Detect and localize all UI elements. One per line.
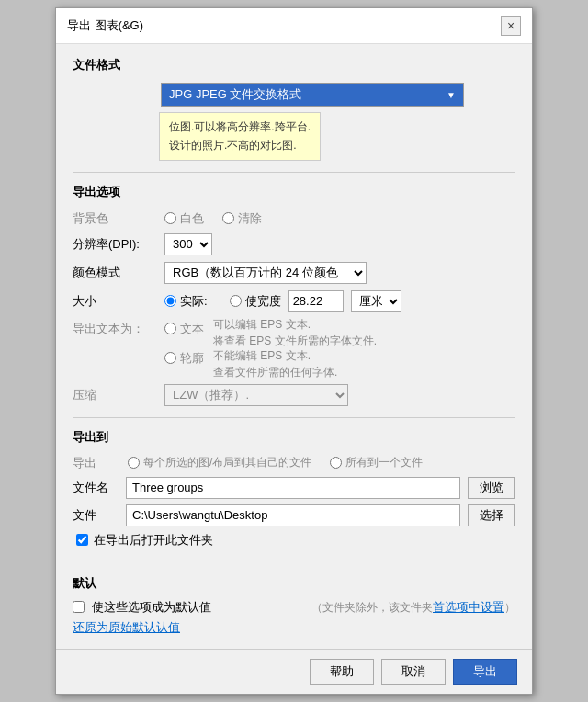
file-path-input[interactable] [126, 504, 460, 526]
export-as-inner: 文本 轮廓 可以编辑 EPS 文本. 将查看 EPS 文件所需的字体文件. [164, 319, 377, 378]
format-dropdown-text: JPG JPEG 文件交换格式 [169, 86, 301, 103]
export-as-row: 导出文本为： 文本 轮廓 可以编辑 EPS [73, 319, 515, 378]
dropdown-arrow-icon: ▼ [447, 90, 456, 100]
filename-input[interactable] [126, 477, 460, 499]
export-dest-radios: 每个所选的图/布局到其自己的文件 所有到一个文件 [128, 455, 423, 470]
dialog-footer: 帮助 取消 导出 [56, 649, 532, 694]
color-row: 颜色模式 RGB（数以百万计的 24 位颜色 [73, 262, 515, 284]
bg-clear-radio[interactable]: 清除 [222, 210, 262, 227]
size-width-radio[interactable]: 使宽度 [230, 293, 281, 310]
close-button[interactable]: × [501, 16, 521, 36]
format-info-box: 位图.可以将高分辨率.跨平台. 设计的照片.不高的对比图. [159, 112, 321, 160]
bg-white-radio[interactable]: 白色 [164, 210, 204, 227]
compress-row: 压缩 LZW（推荐）. [73, 384, 515, 406]
export-to-title: 导出到 [73, 429, 515, 446]
all-file-radio[interactable]: 所有到一个文件 [330, 455, 423, 470]
compress-select[interactable]: LZW（推荐）. [164, 384, 348, 406]
open-folder-checkbox[interactable] [76, 534, 88, 546]
dpi-label: 分辨率(DPI): [73, 236, 155, 253]
make-default-label: 使这些选项成为默认值 [92, 599, 211, 616]
export-dest-row: 导出 每个所选的图/布局到其自己的文件 所有到一个文件 [73, 455, 515, 471]
defaults-section: 默认 使这些选项成为默认值 （文件夹除外，该文件夹首选项中设置） 还原为原始默认… [73, 575, 515, 636]
size-controls: 实际: 使宽度 厘米 [164, 290, 401, 312]
title-bar: 导出 图表(&G) × [56, 8, 532, 44]
open-folder-label: 在导出后打开此文件夹 [94, 532, 213, 549]
size-unit-select[interactable]: 厘米 [351, 290, 401, 312]
filename-row: 文件名 浏览 [73, 477, 515, 499]
dialog-body: 文件格式 JPG JPEG 文件交换格式 ▼ 位图.可以将高分辨率.跨平台. 设… [56, 44, 532, 648]
size-actual-radio[interactable]: 实际: [164, 293, 208, 310]
divider-2 [73, 417, 515, 418]
color-label: 颜色模式 [73, 265, 155, 281]
bg-radio-group: 白色 清除 [164, 210, 262, 227]
file-format-title: 文件格式 [73, 57, 515, 74]
info-text-line2: 设计的照片.不高的对比图. [169, 139, 297, 152]
defaults-title: 默认 [73, 575, 515, 592]
text-radio[interactable]: 文本 [164, 321, 204, 337]
export-dialog: 导出 图表(&G) × 文件格式 JPG JPEG 文件交换格式 ▼ 位图.可以… [55, 7, 533, 694]
restore-defaults-link[interactable]: 还原为原始默认认值 [73, 620, 180, 634]
text-desc: 可以编辑 EPS 文本. 将查看 EPS 文件所需的字体文件. [213, 319, 377, 346]
bg-row: 背景色 白色 清除 [73, 210, 515, 227]
export-options-title: 导出选项 [73, 184, 515, 200]
outline-desc: 不能编辑 EPS 文本. 查看文件所需的任何字体. [213, 350, 377, 378]
dpi-row: 分辨率(DPI): 300 [73, 233, 515, 255]
choose-button[interactable]: 选择 [468, 504, 515, 526]
file-path-label: 文件 [73, 507, 119, 524]
size-label: 大小 [73, 293, 155, 310]
divider-3 [73, 560, 515, 560]
file-format-section: 文件格式 JPG JPEG 文件交换格式 ▼ 位图.可以将高分辨率.跨平台. 设… [73, 57, 515, 160]
export-to-section: 导出到 导出 每个所选的图/布局到其自己的文件 所有到一个文件 文件名 [73, 429, 515, 549]
cancel-button[interactable]: 取消 [381, 659, 446, 685]
color-select[interactable]: RGB（数以百万计的 24 位颜色 [164, 262, 367, 284]
browse-button[interactable]: 浏览 [468, 477, 515, 499]
export-button[interactable]: 导出 [453, 659, 517, 685]
file-path-row: 文件 选择 [73, 504, 515, 526]
divider-1 [73, 172, 515, 173]
format-dropdown[interactable]: JPG JPEG 文件交换格式 ▼ [161, 83, 464, 107]
outline-radio[interactable]: 轮廓 [164, 350, 204, 367]
export-as-descs: 可以编辑 EPS 文本. 将查看 EPS 文件所需的字体文件. 不能编辑 EPS… [213, 319, 377, 378]
restore-row: 还原为原始默认认值 [73, 619, 515, 636]
help-button[interactable]: 帮助 [310, 659, 374, 685]
dialog-title: 导出 图表(&G) [67, 17, 143, 34]
size-width-input[interactable] [288, 290, 344, 312]
filename-label: 文件名 [73, 480, 119, 496]
export-as-radios: 文本 轮廓 [164, 321, 204, 367]
dpi-select[interactable]: 300 [164, 233, 212, 255]
defaults-row: 使这些选项成为默认值 （文件夹除外，该文件夹首选项中设置） [73, 599, 515, 616]
prefs-link[interactable]: 首选项中设置 [433, 600, 504, 614]
info-text-line1: 位图.可以将高分辨率.跨平台. [169, 120, 311, 133]
each-file-radio[interactable]: 每个所选的图/布局到其自己的文件 [128, 455, 311, 470]
open-folder-row: 在导出后打开此文件夹 [76, 532, 515, 549]
compress-label: 压缩 [73, 387, 155, 403]
make-default-checkbox[interactable] [73, 601, 85, 613]
size-row: 大小 实际: 使宽度 厘米 [73, 290, 515, 312]
export-as-label: 导出文本为： [73, 319, 155, 337]
export-options-section: 导出选项 背景色 白色 清除 分辨率(DPI): [73, 184, 515, 406]
format-select-row: JPG JPEG 文件交换格式 ▼ [73, 83, 515, 107]
defaults-note: （文件夹除外，该文件夹首选项中设置） [311, 599, 515, 616]
export-dest-label: 导出 [73, 455, 119, 471]
bg-label: 背景色 [73, 210, 155, 227]
